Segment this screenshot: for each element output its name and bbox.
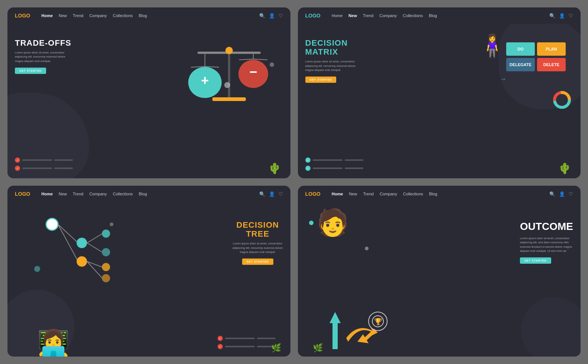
card2-subtitle: Lorem ipsum dolor sit amet, consectetura… — [305, 59, 356, 72]
svg-line-24 — [87, 234, 102, 243]
nav-blog-4[interactable]: Blog — [429, 192, 437, 196]
svg-point-9 — [225, 47, 233, 54]
matrix-cell-do: DO — [506, 42, 535, 56]
nav-home-4[interactable]: Home — [332, 192, 343, 196]
nav-links-1: Home New Trend Company Collections Blog — [41, 13, 251, 18]
svg-point-29 — [102, 248, 110, 256]
svg-marker-35 — [357, 329, 376, 343]
nav-collections-3[interactable]: Collections — [113, 192, 133, 196]
search-icon-3[interactable]: 🔍 — [259, 191, 265, 197]
nav-trend-1[interactable]: Trend — [73, 13, 83, 18]
check-line-5 — [225, 338, 255, 339]
user-icon[interactable]: 👤 — [269, 13, 275, 19]
check-line-1 — [22, 159, 52, 161]
heart-icon-3[interactable]: ♡ — [279, 191, 283, 197]
matrix-grid: DO PLAN DELEGATE DELETE — [506, 42, 566, 71]
svg-point-14 — [224, 82, 230, 88]
person-figure-3: 👩‍💻 — [37, 331, 70, 357]
plant-icon-1: 🌵 — [268, 162, 281, 175]
nav-trend-4[interactable]: Trend — [363, 192, 373, 196]
nav-links-4: Home New Trend Company Collections Blog — [332, 192, 542, 196]
card1-cta[interactable]: GET STARTED — [15, 68, 46, 74]
nav-trend-2[interactable]: Trend — [363, 13, 373, 18]
check-line-6 — [225, 346, 255, 347]
nav-company-1[interactable]: Company — [89, 13, 107, 18]
scale-illustration: + − — [175, 27, 283, 117]
logo-2: LOGO — [305, 13, 321, 19]
heart-icon-2[interactable]: ♡ — [569, 13, 573, 19]
user-icon-4[interactable]: 👤 — [559, 191, 565, 197]
user-icon-3[interactable]: 👤 — [269, 191, 275, 197]
nav-blog-2[interactable]: Blog — [429, 13, 437, 18]
heart-icon-4[interactable]: ♡ — [569, 191, 573, 197]
card1-body: TRADE-OFFS Lorem ipsum dolor sit amet, c… — [7, 24, 290, 178]
card2-title: DECISIONMATRIX — [305, 39, 356, 56]
card-decision-tree: LOGO Home New Trend Company Collections … — [7, 186, 290, 357]
card2-cta[interactable]: GET STARTED — [305, 77, 337, 83]
nav-new-2[interactable]: New — [348, 13, 357, 18]
check-icon-5: ✓ — [218, 336, 223, 341]
search-icon[interactable]: 🔍 — [259, 13, 265, 19]
svg-point-28 — [102, 230, 110, 238]
nav-links-3: Home New Trend Company Collections Blog — [41, 192, 251, 196]
nav-links-2: Home New Trend Company Collections Blog — [332, 13, 542, 18]
svg-point-23 — [77, 256, 87, 267]
heart-icon[interactable]: ♡ — [279, 13, 283, 19]
nav-new-1[interactable]: New — [59, 13, 67, 18]
check-line-short-5 — [257, 338, 276, 339]
nav-collections-2[interactable]: Collections — [403, 13, 423, 18]
nav-home-3[interactable]: Home — [41, 192, 53, 196]
nav-collections-4[interactable]: Collections — [403, 192, 423, 196]
deco-dot-1 — [309, 221, 314, 225]
svg-point-32 — [34, 266, 40, 272]
tree-illustration — [30, 209, 126, 295]
svg-line-20 — [58, 224, 78, 243]
check-line-2 — [22, 168, 52, 169]
svg-point-15 — [270, 62, 274, 67]
arrow-right: → — [500, 76, 506, 82]
nav-icons-1: 🔍 👤 ♡ — [259, 13, 283, 19]
svg-line-13 — [253, 59, 267, 60]
nav-collections-1[interactable]: Collections — [113, 13, 133, 18]
nav-blog-1[interactable]: Blog — [139, 13, 147, 18]
matrix-cell-plan: PLAN — [537, 42, 566, 56]
svg-point-31 — [102, 274, 110, 282]
search-icon-4[interactable]: 🔍 — [549, 191, 555, 197]
nav-company-4[interactable]: Company — [380, 192, 397, 196]
nav-new-3[interactable]: New — [59, 192, 67, 196]
card2-text: DECISIONMATRIX Lorem ipsum dolor sit ame… — [305, 39, 356, 83]
svg-line-25 — [87, 243, 102, 252]
nav-home-2[interactable]: Home — [332, 13, 343, 18]
search-icon-2[interactable]: 🔍 — [549, 13, 555, 19]
check-item-2: ✓ — [15, 166, 73, 171]
check-item-4: ✓ — [305, 166, 363, 171]
nav-company-2[interactable]: Company — [379, 13, 397, 18]
svg-rect-1 — [212, 97, 246, 101]
nav-trend-3[interactable]: Trend — [73, 192, 83, 196]
nav-company-3[interactable]: Company — [89, 192, 107, 196]
navbar-3: LOGO Home New Trend Company Collections … — [7, 186, 290, 202]
card3-title: DECISIONTREE — [232, 221, 283, 238]
logo-4: LOGO — [305, 191, 321, 197]
card4-text: OUTCOME Lorem ipsum dolor sit amet, cons… — [520, 221, 573, 264]
check-icon-6: ✓ — [218, 344, 223, 349]
card4-body: 🧑 🏆 OUTCOME Lorem ipsum dolor sit amet, … — [298, 202, 581, 357]
svg-line-21 — [58, 224, 78, 261]
nav-home-1[interactable]: Home — [41, 13, 53, 18]
plant-icon-4: 🌿 — [313, 343, 323, 353]
user-icon-2[interactable]: 👤 — [559, 13, 565, 19]
card3-text: DECISIONTREE Lorem ipsum dolor sit amet,… — [232, 221, 283, 265]
arrows-illustration: 🏆 — [320, 308, 395, 353]
card3-body: 👩‍💻 DECISIONTREE Lorem ipsum dolor sit a… — [7, 202, 290, 357]
svg-rect-0 — [228, 50, 230, 98]
card4-title: OUTCOME — [520, 221, 573, 233]
card3-cta[interactable]: GET STARTED — [242, 259, 273, 265]
check-line-3 — [313, 159, 343, 161]
card4-cta[interactable]: GET STARTED — [520, 257, 551, 264]
check-line-short-2 — [54, 168, 73, 169]
nav-new-4[interactable]: New — [349, 192, 357, 196]
check-line-4 — [313, 168, 343, 169]
card3-subtitle: Lorem ipsum dolor sit amet, consectetura… — [232, 241, 283, 254]
nav-blog-3[interactable]: Blog — [139, 192, 147, 196]
logo-3: LOGO — [15, 191, 30, 197]
